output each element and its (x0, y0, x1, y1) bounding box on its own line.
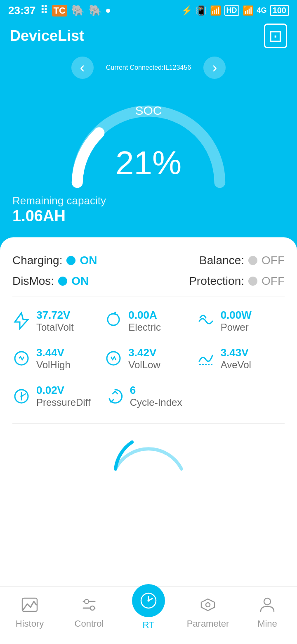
vollow-value: 3.42V (128, 346, 160, 359)
vollow-icon (104, 348, 123, 372)
cycle-info: 6 Cycle-Index (130, 384, 182, 408)
pressurediff-value: 0.02V (36, 384, 91, 397)
nav-mine[interactable]: Mine (240, 597, 294, 629)
status-icons-group: ⚡ 📳 📶 HD 📶 4G 100 (181, 5, 289, 16)
status-app-icon2: 🐘 (89, 4, 102, 17)
main-card: Charging: ON Balance: OFF DisMos: ON Pro… (0, 237, 297, 609)
charging-label: Charging: (12, 254, 62, 267)
mine-label: Mine (257, 618, 277, 629)
power-value: 0.00W (221, 309, 252, 322)
svg-line-1 (113, 314, 118, 315)
dismos-state: ON (71, 275, 89, 288)
volt-icon (12, 310, 31, 334)
cycle-icon (106, 386, 124, 411)
protection-status: Protection: OFF (189, 275, 285, 288)
header: DeviceList ⊡ (0, 19, 297, 57)
remaining-label: Remaining capacity (12, 194, 285, 207)
prev-arrow-icon: ‹ (80, 59, 85, 76)
avevol-info: 3.43V AveVol (221, 346, 251, 371)
charging-status: Charging: ON (12, 254, 97, 267)
status-time: 23:37 (8, 4, 36, 17)
balance-state: OFF (262, 254, 285, 267)
remaining-value: 1.06AH (12, 207, 285, 225)
wifi-icon: 📶 (210, 5, 221, 16)
prev-device-button[interactable]: ‹ (71, 57, 94, 79)
battery-preview (12, 432, 285, 473)
metric-totalvolt: 37.72V TotalVolt (12, 309, 100, 334)
metric-cycle: 6 Cycle-Index (106, 384, 191, 411)
balance-label: Balance: (199, 254, 244, 267)
pressurediff-info: 0.02V PressureDiff (36, 384, 91, 408)
bluetooth-icon: ⚡ (181, 5, 192, 16)
signal-icon: 📶 (243, 5, 254, 16)
status-row-1: Charging: ON Balance: OFF (12, 254, 285, 267)
current-device-label: Current Connected:IL123456 (106, 64, 191, 71)
power-info: 0.00W Power (221, 309, 252, 333)
battery-icon: 100 (270, 5, 289, 16)
status-bar: 23:37 ⠿ TC 🐘 🐘 ⚡ 📳 📶 HD 📶 4G 100 (0, 0, 297, 19)
mine-icon (259, 597, 276, 616)
rt-label: RT (143, 620, 155, 630)
nav-parameter[interactable]: Parameter (181, 597, 235, 629)
control-label: Control (75, 618, 104, 629)
divider-2 (12, 423, 285, 424)
soc-label: SOC (54, 104, 243, 118)
protection-dot (248, 277, 257, 286)
watt-icon (197, 310, 215, 334)
battery-preview-svg (107, 432, 190, 473)
totalvolt-name: TotalVolt (36, 322, 74, 333)
hd-badge: HD (224, 5, 239, 16)
volhigh-value: 3.44V (36, 346, 71, 359)
status-tc-icon: TC (52, 5, 67, 17)
svg-marker-18 (201, 599, 214, 611)
totalvolt-info: 37.72V TotalVolt (36, 309, 74, 333)
next-arrow-icon: › (212, 59, 217, 76)
electric-info: 0.00A Electric (128, 309, 161, 333)
parameter-icon (200, 597, 216, 616)
divider-1 (12, 296, 285, 296)
amp-icon (104, 310, 123, 334)
protection-label: Protection: (189, 275, 244, 288)
svg-point-19 (206, 603, 210, 607)
svg-point-20 (264, 598, 271, 605)
metric-power: 0.00W Power (197, 309, 285, 334)
volhigh-info: 3.44V VolHigh (36, 346, 71, 371)
metric-electric: 0.00A Electric (104, 309, 192, 334)
dismos-status: DisMos: ON (12, 275, 89, 288)
cycle-name: Cycle-Index (130, 397, 182, 408)
nav-control[interactable]: Control (62, 597, 116, 629)
vibrate-icon: 📳 (196, 5, 207, 16)
svg-point-17 (148, 599, 150, 601)
metrics-grid-1: 37.72V TotalVolt 0.00A Electric 0.00W Po… (12, 309, 285, 334)
metric-volhigh: 3.44V VolHigh (12, 346, 100, 372)
avevol-icon (197, 348, 215, 372)
status-row-2: DisMos: ON Protection: OFF (12, 275, 285, 288)
app-title: DeviceList (10, 27, 84, 45)
spacer (199, 384, 285, 411)
avevol-name: AveVol (221, 359, 251, 371)
metric-vollow: 3.42V VolLow (104, 346, 192, 372)
dismos-dot (58, 277, 67, 286)
nav-history[interactable]: History (3, 597, 57, 629)
metric-avevol: 3.43V AveVol (197, 346, 285, 372)
status-time-group: 23:37 ⠿ TC 🐘 🐘 (8, 4, 110, 17)
bottom-nav: History Control RT Parameter Mine (0, 586, 297, 644)
svg-point-8 (21, 395, 23, 398)
next-device-button[interactable]: › (203, 57, 226, 79)
nav-rt[interactable]: RT (122, 597, 175, 630)
status-app-icon1: 🐘 (71, 4, 85, 17)
volhigh-icon (12, 348, 31, 372)
vollow-name: VolLow (128, 359, 160, 371)
metrics-row-3: 0.02V PressureDiff 6 Cycle-Index (12, 384, 285, 411)
pressure-icon (12, 386, 31, 411)
soc-gauge: SOC 21% (54, 91, 243, 190)
soc-value: 21% (54, 144, 243, 182)
metric-pressurediff: 0.02V PressureDiff (12, 384, 98, 411)
remaining-capacity-section: Remaining capacity 1.06AH (0, 190, 297, 237)
scan-icon[interactable]: ⊡ (264, 24, 287, 48)
power-name: Power (221, 322, 252, 333)
charging-state: ON (80, 254, 97, 267)
parameter-label: Parameter (187, 618, 229, 629)
electric-value: 0.00A (128, 309, 161, 322)
control-icon (81, 597, 97, 616)
